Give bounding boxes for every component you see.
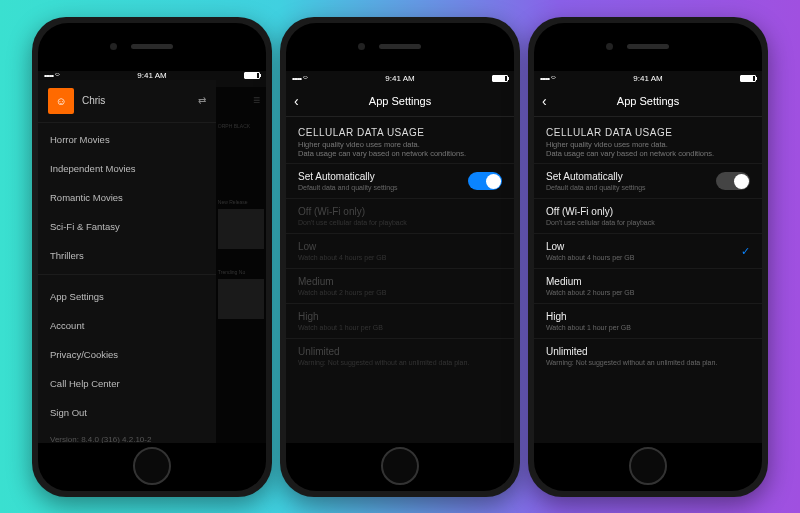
section-title: CELLULAR DATA USAGE — [298, 127, 502, 138]
row-set-automatically[interactable]: Set Automatically Default data and quali… — [534, 163, 762, 198]
toggle-set-automatically[interactable] — [468, 172, 502, 190]
section-sub: Higher quality video uses more data.Data… — [298, 140, 502, 160]
row-option-low[interactable]: LowWatch about 4 hours per GB✓ — [534, 233, 762, 268]
toggle-set-automatically[interactable] — [716, 172, 750, 190]
status-bar: •••••⌔ 9:41 AM — [286, 71, 514, 87]
row-option-unlimited[interactable]: UnlimitedWarning: Not suggested without … — [534, 338, 762, 373]
sidebar-item-account[interactable]: Account — [38, 311, 216, 340]
hamburger-icon[interactable]: ≡ — [218, 93, 264, 107]
sidebar-item-sign-out[interactable]: Sign Out — [38, 398, 216, 427]
battery-icon — [740, 75, 756, 82]
row-option-medium: MediumWatch about 2 hours per GB — [286, 268, 514, 303]
wifi-icon: ⌔ — [55, 71, 60, 80]
row-set-automatically[interactable]: Set Automatically Default data and quali… — [286, 163, 514, 198]
row-option-off[interactable]: Off (Wi-Fi only)Don't use cellular data … — [534, 198, 762, 233]
battery-icon — [244, 72, 260, 79]
signal-dots-icon: ••••• — [44, 71, 53, 80]
checkmark-icon: ✓ — [741, 245, 750, 258]
home-button[interactable] — [133, 447, 171, 485]
sidebar-item-category[interactable]: Horror Movies — [38, 125, 216, 154]
phone-frame-2: •••••⌔ 9:41 AM ‹ App Settings CELLULAR D… — [280, 17, 520, 497]
back-icon[interactable]: ‹ — [542, 93, 547, 109]
background-content: ≡ ORPH BLACK New Release Trending No — [216, 87, 266, 443]
row-option-off: Off (Wi-Fi only)Don't use cellular data … — [286, 198, 514, 233]
version-label: Version: 8.4.0 (316) 4.2.10-2 — [38, 427, 216, 443]
sync-icon[interactable]: ⇄ — [198, 95, 206, 106]
section-sub: Higher quality video uses more data.Data… — [546, 140, 750, 160]
sidebar-item-category[interactable]: Independent Movies — [38, 154, 216, 183]
row-option-low: LowWatch about 4 hours per GB — [286, 233, 514, 268]
phone-frame-1: •••••⌔ 9:41 AM ≡ ORPH BLACK New Release … — [32, 17, 272, 497]
nav-title: App Settings — [369, 95, 431, 107]
nav-title: App Settings — [617, 95, 679, 107]
signal-dots-icon: ••••• — [540, 74, 549, 83]
nav-bar: ‹ App Settings — [534, 87, 762, 117]
row-option-high: HighWatch about 1 hour per GB — [286, 303, 514, 338]
row-option-unlimited: UnlimitedWarning: Not suggested without … — [286, 338, 514, 373]
signal-dots-icon: ••••• — [292, 74, 301, 83]
home-button[interactable] — [381, 447, 419, 485]
sidebar-item-category[interactable]: Romantic Movies — [38, 183, 216, 212]
battery-icon — [492, 75, 508, 82]
wifi-icon: ⌔ — [303, 74, 308, 83]
back-icon[interactable]: ‹ — [294, 93, 299, 109]
phone-frame-3: •••••⌔ 9:41 AM ‹ App Settings CELLULAR D… — [528, 17, 768, 497]
sidebar-item-privacy[interactable]: Privacy/Cookies — [38, 340, 216, 369]
username-label: Chris — [82, 95, 190, 106]
sidebar-item-help[interactable]: Call Help Center — [38, 369, 216, 398]
nav-bar: ‹ App Settings — [286, 87, 514, 117]
status-bar: •••••⌔ 9:41 AM — [38, 71, 266, 80]
sidebar-item-category[interactable]: Sci-Fi & Fantasy — [38, 212, 216, 241]
status-time: 9:41 AM — [633, 74, 662, 83]
section-title: CELLULAR DATA USAGE — [546, 127, 750, 138]
sidebar-header[interactable]: ☺ Chris ⇄ — [38, 80, 216, 123]
wifi-icon: ⌔ — [551, 74, 556, 83]
row-option-high[interactable]: HighWatch about 1 hour per GB — [534, 303, 762, 338]
row-option-medium[interactable]: MediumWatch about 2 hours per GB — [534, 268, 762, 303]
avatar: ☺ — [48, 88, 74, 114]
sidebar-item-category[interactable]: Thrillers — [38, 241, 216, 270]
status-bar: •••••⌔ 9:41 AM — [534, 71, 762, 87]
home-button[interactable] — [629, 447, 667, 485]
status-time: 9:41 AM — [385, 74, 414, 83]
status-time: 9:41 AM — [137, 71, 166, 80]
sidebar-item-app-settings[interactable]: App Settings — [38, 282, 216, 311]
sidebar-drawer: ☺ Chris ⇄ Horror Movies Independent Movi… — [38, 80, 216, 443]
